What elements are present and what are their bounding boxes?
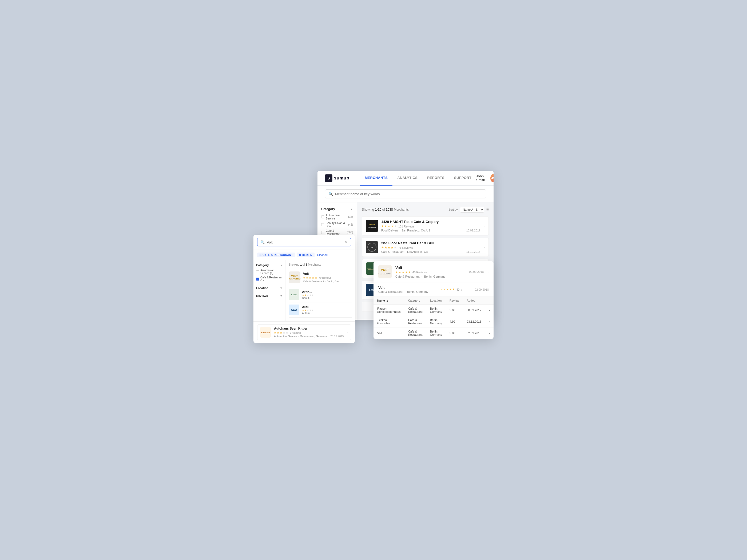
filter-count-cafe: (368) [347, 231, 353, 234]
td-added-rausch: 30.09.2017 [463, 304, 485, 316]
view-toggle-icon[interactable]: ≡ [486, 207, 489, 212]
filter-checkbox-beauty[interactable] [321, 223, 324, 226]
overlay-autohaus-info: Autohaus Sven Kittler ★ ★ ★ ★ ★ 5 Review… [274, 327, 327, 338]
nav-support[interactable]: SUPPORT [449, 171, 476, 186]
overlay-merchant-volt[interactable]: VOLTRESTAURANT Volt ★ ★ ★ ★ ★ 40 Reviews [289, 269, 352, 286]
merchant-chevron-2nd: › [483, 245, 485, 249]
overlay-location-chevron-icon: ▼ [280, 287, 283, 290]
td-review-volt: 5.00 [446, 327, 463, 339]
table-row-txokoa[interactable]: Txokoa Gastrobar Cafe & Restaurant Berli… [374, 316, 494, 327]
volt-summary: Volt Cafe & Restaurant · Berlin, Germany… [374, 283, 494, 297]
overlay-reviews-title[interactable]: Reviews ▼ [256, 294, 283, 297]
filter-checkbox-cafe[interactable] [321, 231, 324, 234]
overlay-autohaus-logo: autohaus [260, 327, 271, 338]
merchant-date-1428: 10.01.2017 [466, 229, 481, 232]
detail-merchant-stars-volt: ★ ★ ★ ★ ★ 40 Reviews [395, 271, 465, 274]
overlay-location-title[interactable]: Location ▼ [256, 286, 283, 290]
filter-count-automotive: (34) [348, 215, 353, 218]
overlay-autohaus-reviews: 5 Reviews [290, 331, 302, 334]
th-name[interactable]: Name ▲ [374, 297, 405, 304]
overlay-extra-banya[interactable]: BANYA Arch... ★ ★ ★ ★ ★ Beaut... [289, 287, 352, 302]
detail-merchant-name-volt: Volt [395, 266, 465, 270]
sort-select[interactable]: Name A - Z Name Z - A Rating Date [460, 207, 484, 213]
category-filter-title[interactable]: Category ▲ [321, 207, 353, 211]
merchant-stars-2nd: ★ ★ ★ ★ ★ 71 Reviews [381, 246, 463, 249]
th-added[interactable]: Added [463, 297, 485, 304]
search-input-wrap[interactable]: 🔍 [325, 189, 486, 198]
overlay-category-chevron-icon: ▲ [280, 264, 283, 267]
filter-automotive[interactable]: Automotive Service (34) [321, 214, 353, 220]
td-category-rausch: Cafe & Restaurant [405, 304, 426, 316]
td-location-volt: Berlin, Germany [426, 327, 446, 339]
search-input[interactable] [335, 192, 483, 196]
tag-berlin[interactable]: ✕ BERLIN [297, 252, 314, 257]
overlay-merchant-info-volt: Volt ★ ★ ★ ★ ★ 40 Reviews Cafe & Restaur… [303, 272, 341, 283]
svg-text:HAIGHT: HAIGHT [369, 224, 375, 225]
search-overlay-input[interactable] [267, 240, 342, 244]
overlay-autohaus-card[interactable]: autohaus Autohaus Sven Kittler ★ ★ ★ ★ ★… [257, 324, 351, 340]
detail-merchant-info-volt: Volt ★ ★ ★ ★ ★ 40 Reviews Cafe & Restaur… [395, 266, 465, 278]
volt-summary-count: 40 [457, 288, 460, 291]
search-overlay-header: 🔍 ✕ [253, 235, 355, 250]
merchant-card-2nd[interactable]: 2F 2nd Floor Restaurant Bar & Grill ★ ★ … [362, 238, 489, 257]
search-overlay-input-wrap[interactable]: 🔍 ✕ [257, 238, 351, 246]
clear-search-icon[interactable]: ✕ [345, 240, 348, 244]
overlay-extra-aca[interactable]: ACA Autu... ★ ★ ★ ★ ★ Autom... [289, 302, 352, 318]
merchant-reviews-1428: 101 Reviews [398, 225, 414, 228]
merchant-meta-1428: Food Delivery · San Francisco, CA, US [381, 229, 463, 232]
td-category-volt: Cafe & Restaurant [405, 327, 426, 339]
td-location-rausch: Berlin, Germany [426, 304, 446, 316]
th-location[interactable]: Location [426, 297, 446, 304]
detail-merchant-reviews-volt: 40 Reviews [412, 271, 427, 274]
nav-reports[interactable]: REPORTS [422, 171, 449, 186]
filter-beauty[interactable]: Beauty Salon & Spa (42) [321, 221, 353, 228]
td-location-txokoa: Berlin, Germany [426, 316, 446, 327]
overlay-filter-cafe[interactable]: ✓ Cafe & Restaurant (1) [256, 276, 283, 282]
tag-cafe-restaurant[interactable]: ✕ CAFE & RESTAURANT [257, 252, 295, 257]
overlay-merchant-stars-volt: ★ ★ ★ ★ ★ 40 Reviews [303, 276, 341, 279]
overlay-autohaus-name: Autohaus Sven Kittler [274, 327, 327, 330]
tag-x-berlin: ✕ [299, 254, 301, 257]
td-added-volt: 02.09.2018 [463, 327, 485, 339]
user-menu[interactable]: John Smith JS [476, 174, 494, 182]
overlay-checkbox-automotive[interactable] [256, 270, 259, 273]
header: S sumup MERCHANTS ANALYTICS REPORTS SUPP… [317, 171, 494, 186]
logo: S sumup [325, 175, 349, 182]
td-name-volt: Volt [374, 327, 405, 339]
overlay-category-title[interactable]: Category ▲ [256, 264, 283, 267]
logo-text: sumup [334, 176, 349, 181]
sort-arrow-icon: ▲ [386, 299, 389, 302]
table-row-volt[interactable]: Volt Cafe & Restaurant Berlin, Germany 5… [374, 327, 494, 339]
username: John Smith [476, 174, 488, 182]
overlay-checkbox-cafe[interactable]: ✓ [256, 277, 259, 281]
detail-table: Name ▲ Category Location Review Added Ra… [374, 297, 494, 339]
merchant-card-1428[interactable]: HAIGHT PATIO CAFE 1428 HAIGHT Patio Cafe… [362, 216, 489, 236]
overlay-content: Category ▲ Automotive Service (1) ✓ Cafe… [253, 260, 355, 321]
detail-merchant-chevron: › [487, 270, 489, 274]
overlay-extra-logo-banya: BANYA [289, 289, 299, 300]
overlay-merchant-name-volt: Volt [303, 272, 341, 276]
td-chevron-volt: › [485, 327, 494, 339]
detail-merchant-logo-volt: VOLTRESTAURANT [378, 265, 392, 278]
tag-label-cafe: CAFE & RESTAURANT [262, 253, 293, 257]
detail-merchant-date: 02.09.2018 [469, 270, 484, 273]
th-category[interactable]: Category [405, 297, 426, 304]
overlay-extra-info-aca: Autu... ★ ★ ★ ★ ★ Autom... [302, 305, 314, 315]
overlay-merchant-logo-volt: VOLTRESTAURANT [289, 271, 301, 283]
detail-merchant-header[interactable]: VOLTRESTAURANT Volt ★ ★ ★ ★ ★ 40 Reviews… [374, 261, 494, 283]
td-review-txokoa: 4.99 [446, 316, 463, 327]
search-overlay: 🔍 ✕ ✕ CAFE & RESTAURANT ✕ BERLIN Clear A… [253, 235, 355, 343]
detail-panel: VOLTRESTAURANT Volt ★ ★ ★ ★ ★ 40 Reviews… [374, 261, 494, 339]
clear-all-button[interactable]: Clear All [317, 253, 328, 257]
search-icon: 🔍 [328, 192, 333, 196]
svg-text:BANYA: BANYA [291, 294, 297, 295]
nav-analytics[interactable]: ANALYTICS [392, 171, 422, 186]
table-row-rausch[interactable]: Rausch Schokoladenhaus Cafe & Restaurant… [374, 304, 494, 316]
overlay-tags: ✕ CAFE & RESTAURANT ✕ BERLIN Clear All [253, 250, 355, 260]
th-review[interactable]: Review [446, 297, 463, 304]
overlay-autohaus-meta: Automotive Service · Mainhausen, Germany [274, 335, 327, 338]
overlay-filter-automotive[interactable]: Automotive Service (1) [256, 269, 283, 275]
td-chevron-txokoa: › [485, 316, 494, 327]
filter-checkbox-automotive[interactable] [321, 215, 324, 218]
nav-merchants[interactable]: MERCHANTS [360, 171, 392, 186]
